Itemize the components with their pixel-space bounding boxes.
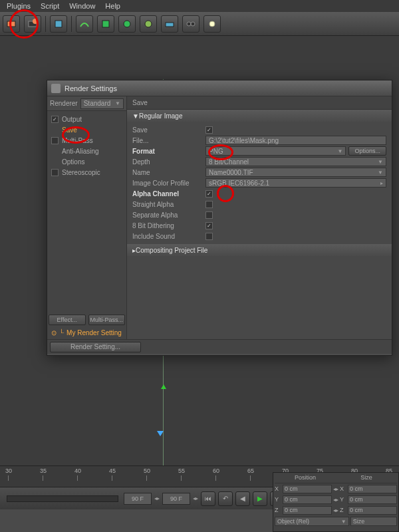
svg-point-9 — [191, 22, 195, 26]
category-list: Output Save Multi-Pass Anti-Aliasing Opt… — [47, 111, 126, 313]
coordinates-panel: Position Size X0 cm◂▸X0 cm Y0 cm◂▸Y0 cm … — [273, 472, 399, 532]
size-mode-select[interactable]: Size — [350, 517, 397, 526]
tick-label: 50 — [144, 467, 150, 474]
tick-label: 45 — [109, 467, 116, 474]
menu-script[interactable]: Script — [41, 2, 59, 10]
render-setting-button[interactable]: Render Setting... — [50, 342, 141, 352]
cube-icon[interactable] — [50, 15, 67, 33]
x-pos-field[interactable]: 0 cm — [283, 485, 332, 493]
checkbox-icon[interactable] — [51, 169, 59, 176]
dialog-title-text: Render Settings — [65, 84, 117, 92]
lbl-separate: Separate Alpha — [132, 211, 205, 219]
y-pos-field[interactable]: 0 cm — [283, 495, 332, 504]
multipass-button[interactable]: Multi-Pass... — [88, 315, 126, 325]
y-label: Y — [275, 496, 281, 503]
prev-key-button[interactable]: ↶ — [218, 491, 233, 506]
menu-help[interactable]: Help — [105, 2, 120, 10]
cat-antialias[interactable]: Anti-Aliasing — [47, 146, 126, 156]
section-compositing[interactable]: ▸ Compositing Project File — [127, 244, 392, 256]
main-toolbar — [0, 12, 399, 36]
z-size-field[interactable]: 0 cm — [348, 506, 397, 515]
deformer-icon[interactable] — [140, 15, 157, 33]
separator — [71, 16, 72, 32]
tick-label: 30 — [5, 467, 12, 474]
dialog-icon — [51, 84, 61, 93]
prev-frame-button[interactable]: ◀ — [235, 491, 250, 506]
format-select[interactable]: PNG▼ — [205, 146, 346, 156]
category-panel: Renderer Standard▼ Output Save Multi-Pas… — [47, 96, 127, 339]
x-label: X — [275, 485, 281, 492]
render-icon[interactable] — [3, 15, 20, 33]
z-label: Z — [275, 507, 281, 513]
render-settings-icon[interactable] — [24, 15, 41, 33]
menu-plugins[interactable]: Plugins — [7, 2, 31, 10]
cat-stereo[interactable]: Stereoscopic — [47, 167, 126, 178]
goto-start-button[interactable]: ⏮ — [201, 491, 215, 506]
current-frame[interactable]: 90 F — [124, 493, 152, 505]
spinner-icon[interactable]: ◂▸ — [193, 495, 198, 501]
nurbs-icon[interactable] — [97, 15, 114, 33]
checkbox-icon[interactable] — [51, 137, 59, 144]
lbl-icp: Image Color Profile — [132, 180, 205, 187]
tick-label: 35 — [40, 467, 47, 474]
x-size-field[interactable]: 0 cm — [348, 485, 397, 493]
menu-bar: Plugins Script Window Help — [0, 0, 399, 12]
save-checkbox[interactable] — [205, 126, 213, 134]
playhead-marker — [157, 431, 164, 436]
cat-options[interactable]: Options — [47, 156, 126, 167]
lbl-save: Save — [132, 126, 205, 134]
renderer-label: Renderer — [50, 100, 78, 107]
svg-point-2 — [33, 19, 38, 24]
separate-checkbox[interactable] — [205, 211, 213, 219]
lbl-name: Name — [132, 169, 205, 176]
sound-checkbox[interactable] — [205, 233, 213, 240]
cat-save[interactable]: Save — [47, 124, 126, 135]
play-button[interactable]: ▶ — [253, 491, 267, 506]
options-button[interactable]: Options... — [348, 146, 386, 156]
effect-button[interactable]: Effect... — [49, 315, 86, 325]
floor-icon[interactable] — [161, 15, 178, 33]
depth-select[interactable]: 8 Bit/Channel▼ — [205, 157, 386, 166]
section-regular-image[interactable]: ▼ Regular Image — [127, 110, 392, 122]
svg-rect-4 — [102, 21, 109, 27]
renderer-select[interactable]: Standard▼ — [80, 98, 124, 109]
settings-panel: Save ▼ Regular Image Save File...G:\2\tu… — [127, 96, 392, 339]
svg-rect-0 — [7, 21, 15, 27]
file-field[interactable]: G:\2\tut2\files\Mask.png — [205, 136, 386, 145]
axis-marker — [161, 384, 166, 389]
menu-window[interactable]: Window — [69, 2, 95, 10]
cat-output[interactable]: Output — [47, 114, 126, 124]
end-frame[interactable]: 90 F — [162, 493, 190, 505]
tick-label: 60 — [213, 467, 219, 474]
spinner-icon[interactable]: ◂▸ — [154, 495, 160, 501]
straight-checkbox[interactable] — [205, 201, 213, 208]
lbl-straight: Straight Alpha — [132, 201, 205, 208]
my-render-setting[interactable]: ⊙ └ My Render Setting — [47, 327, 126, 339]
render-settings-dialog: Render Settings Renderer Standard▼ Outpu… — [47, 80, 392, 356]
alpha-checkbox[interactable] — [205, 190, 213, 198]
lbl-file[interactable]: File... — [132, 137, 205, 144]
object-mode-select[interactable]: Object (Rel)▼ — [275, 517, 349, 526]
icp-select[interactable]: sRGB IEC61966-2.1▸ — [205, 178, 386, 188]
svg-point-8 — [187, 22, 191, 26]
lbl-sound: Include Sound — [132, 233, 205, 240]
frame-slider[interactable] — [7, 495, 118, 502]
dialog-titlebar[interactable]: Render Settings — [47, 80, 392, 96]
light-icon[interactable] — [203, 15, 221, 33]
svg-rect-3 — [55, 21, 62, 27]
lbl-depth: Depth — [132, 158, 205, 166]
dither-checkbox[interactable] — [205, 222, 213, 229]
tick-label: 40 — [74, 467, 81, 474]
z-pos-field[interactable]: 0 cm — [283, 506, 332, 515]
spline-icon[interactable] — [76, 15, 93, 33]
camera-icon[interactable] — [182, 15, 200, 33]
separator — [45, 16, 46, 32]
array-icon[interactable] — [118, 15, 136, 33]
lbl-format: Format — [132, 148, 205, 155]
checkbox-icon[interactable] — [51, 116, 59, 123]
cat-multipass[interactable]: Multi-Pass — [47, 135, 126, 146]
lbl-alpha: Alpha Channel — [132, 190, 205, 198]
y-size-field[interactable]: 0 cm — [348, 495, 397, 504]
name-select[interactable]: Name0000.TIF▼ — [205, 168, 386, 177]
tick-label: 55 — [178, 467, 185, 474]
